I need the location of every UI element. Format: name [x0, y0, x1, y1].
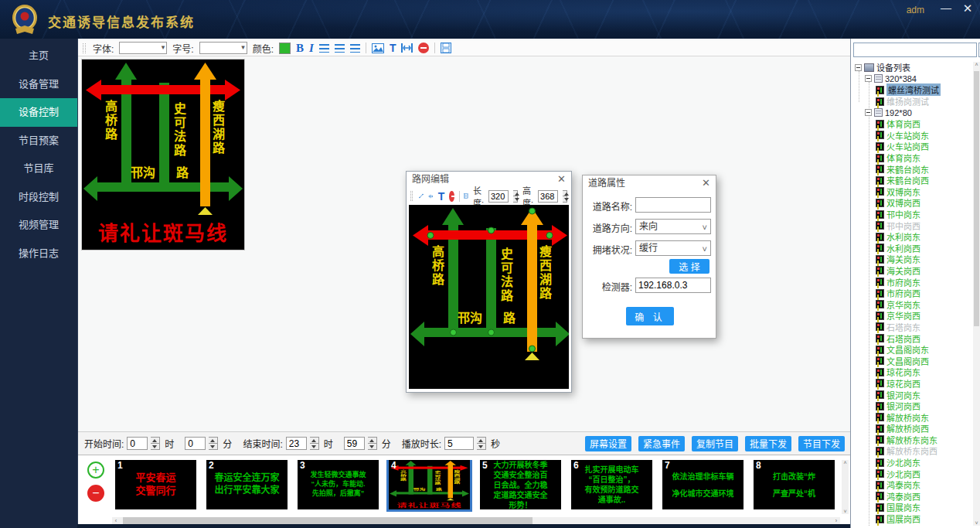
size-select[interactable]: [199, 42, 247, 54]
device-node[interactable]: 琼花岗西: [853, 378, 971, 390]
sidebar-item-5[interactable]: 节目库: [0, 155, 77, 183]
road-name-input[interactable]: [635, 197, 711, 213]
device-node[interactable]: 沙北岗西: [853, 468, 971, 479]
playlist-horizontal-scrollbar[interactable]: ‹ ›: [112, 517, 840, 524]
device-node[interactable]: 国展岗西: [853, 513, 971, 525]
insert-image-icon[interactable]: [372, 43, 384, 53]
sidebar-item-3[interactable]: 设备控制: [0, 98, 77, 127]
select-detector-button[interactable]: 选 择: [669, 259, 709, 274]
device-node[interactable]: 鸿泰岗西: [853, 491, 971, 502]
device-node[interactable]: 石塔岗东: [853, 322, 971, 333]
start-hour-input[interactable]: [127, 437, 148, 450]
end-hour-stepper[interactable]: [310, 437, 319, 450]
delete-icon[interactable]: [418, 43, 429, 53]
playlist-item-3[interactable]: 3发生轻微交通事故“人未伤，车能动.先拍照，后撤离”: [298, 460, 379, 509]
scroll-right-icon[interactable]: ›: [832, 517, 840, 524]
sidebar-item-8[interactable]: 操作日志: [0, 240, 77, 268]
height-input[interactable]: [538, 190, 558, 203]
device-node[interactable]: 石塔岗西: [853, 332, 971, 344]
end-minute-input[interactable]: [344, 437, 365, 450]
tree-expander-icon[interactable]: [865, 109, 872, 116]
device-node[interactable]: 来鹤台岗西: [853, 175, 971, 186]
dialog-title-bar[interactable]: 道路属性 ✕: [583, 175, 716, 191]
device-node[interactable]: 鸿泰岗东: [853, 479, 971, 491]
tree-group-node[interactable]: 320*384: [853, 73, 971, 85]
insert-text-icon[interactable]: T: [390, 42, 396, 54]
save-icon[interactable]: [464, 191, 468, 201]
add-text-icon[interactable]: T: [438, 190, 445, 203]
playlist-item-1[interactable]: 1平安春运交警同行: [115, 460, 196, 509]
device-node[interactable]: 解放桥岗西: [853, 423, 971, 434]
device-node[interactable]: 解放桥岗东: [853, 411, 971, 423]
tree-scrollbar[interactable]: ˄ ˅: [973, 62, 980, 526]
device-node[interactable]: 京华岗西: [853, 310, 971, 322]
sidebar-item-7[interactable]: 视频管理: [0, 211, 77, 240]
device-node[interactable]: 邗中岗西: [853, 220, 971, 231]
device-node[interactable]: 双博岗东: [853, 186, 971, 198]
device-node[interactable]: 沙北岗东: [853, 457, 971, 468]
save-icon[interactable]: [441, 43, 451, 53]
action-button[interactable]: 节目下发: [798, 436, 845, 451]
road-direction-icon[interactable]: [428, 192, 434, 201]
tree-group-node[interactable]: 192*80: [853, 107, 971, 118]
sidebar-item-1[interactable]: 主页: [0, 42, 77, 70]
congestion-select[interactable]: 缓行: [635, 240, 711, 256]
scrollbar-thumb[interactable]: [974, 71, 979, 326]
italic-button[interactable]: I: [309, 42, 314, 55]
draw-road-icon[interactable]: [419, 191, 424, 201]
confirm-button[interactable]: 确 认: [626, 307, 674, 325]
device-node[interactable]: 琼花岗东: [853, 366, 971, 378]
device-node[interactable]: 银河岗西: [853, 400, 971, 412]
delete-road-icon[interactable]: [449, 191, 454, 202]
sidebar-item-6[interactable]: 时段控制: [0, 183, 77, 212]
scroll-down-icon[interactable]: ˅: [842, 509, 849, 514]
action-button[interactable]: 复制节目: [692, 436, 738, 451]
road-direction-select[interactable]: 来向: [635, 219, 711, 234]
length-input[interactable]: [488, 190, 509, 203]
playlist-item-2[interactable]: 2春运安全连万家出行平安靠大家: [206, 460, 288, 509]
fit-width-icon[interactable]: [401, 43, 413, 53]
scroll-left-icon[interactable]: ‹: [112, 517, 120, 524]
playlist-item-6[interactable]: 6扎实开展电动车“百日整治”，有效预防道路交通事故..: [571, 460, 652, 509]
dialog-title-bar[interactable]: 路网编辑 ✕: [407, 172, 571, 187]
add-program-button[interactable]: +: [87, 462, 104, 479]
device-node[interactable]: 火车站岗东: [853, 130, 971, 141]
device-node[interactable]: 国展岗东: [853, 502, 971, 513]
device-node[interactable]: 文昌阁岗东: [853, 344, 971, 356]
duration-input[interactable]: [444, 437, 474, 450]
playlist-item-5[interactable]: 5大力开展秋冬季交通安全整治百日会战。全力稳定道路交通安全形势！: [480, 460, 561, 509]
font-select[interactable]: [119, 42, 167, 54]
end-hour-input[interactable]: [286, 437, 307, 450]
device-node[interactable]: 火车站岗西: [853, 141, 971, 152]
height-stepper[interactable]: [563, 190, 567, 203]
device-node[interactable]: 水利岗东: [853, 231, 971, 243]
detector-input[interactable]: [635, 278, 711, 293]
color-swatch[interactable]: [279, 43, 291, 54]
device-node[interactable]: 市府岗东: [853, 276, 971, 288]
device-node[interactable]: 解放桥东岗东: [853, 434, 971, 446]
scrollbar-thumb[interactable]: [123, 517, 533, 524]
device-node[interactable]: 体育岗西: [853, 118, 971, 130]
playlist-item-4[interactable]: 4 高桥路 史可法路 瘦西湖路 邗沟 路 请礼让斑: [389, 460, 470, 509]
close-button[interactable]: ✕: [960, 2, 975, 15]
scroll-down-icon[interactable]: ˅: [973, 520, 980, 526]
playlist-item-7[interactable]: 7依法治理非标车辆净化城市交通环境: [662, 460, 744, 509]
action-button[interactable]: 批量下发: [745, 436, 791, 451]
scroll-up-icon[interactable]: ˄: [843, 460, 846, 465]
device-node[interactable]: 文昌阁岗西: [853, 355, 971, 366]
device-node[interactable]: 邗中岗东: [853, 209, 971, 220]
duration-stepper[interactable]: [477, 437, 486, 450]
playlist-item-8[interactable]: 8打击改装“炸严查严处“机: [754, 460, 835, 509]
dialog-close-icon[interactable]: ✕: [702, 175, 710, 191]
device-node[interactable]: 京华岗东: [853, 298, 971, 310]
design-canvas[interactable]: 高桥路 史可法路 瘦西湖路 邗沟 路 请礼让斑马线 路网编辑 ✕: [78, 56, 851, 431]
start-hour-stepper[interactable]: [151, 437, 160, 450]
align-left-icon[interactable]: [319, 44, 329, 53]
logged-in-user[interactable]: adm: [907, 5, 924, 15]
device-node[interactable]: 市府岗西: [853, 288, 971, 299]
device-node[interactable]: 体育岗东: [853, 152, 971, 164]
start-minute-input[interactable]: [185, 437, 206, 450]
sidebar-item-4[interactable]: 节目预案: [0, 127, 77, 155]
align-right-icon[interactable]: [350, 44, 360, 53]
device-node[interactable]: 螺丝湾桥测试: [853, 84, 971, 96]
